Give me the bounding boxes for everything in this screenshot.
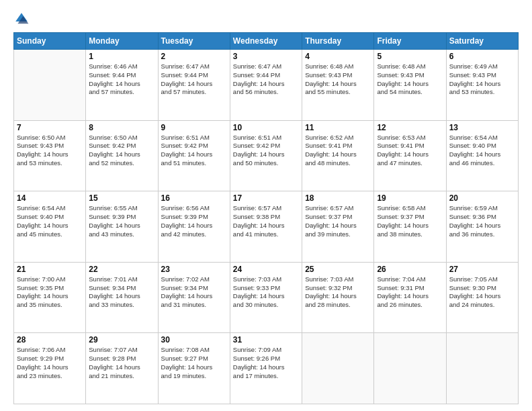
cell-info: Sunset: 9:27 PM [161,355,227,363]
calendar-week-3: 21Sunrise: 7:00 AMSunset: 9:35 PMDayligh… [14,262,519,333]
cell-info: Sunset: 9:42 PM [233,142,299,150]
cell-info: Daylight: 14 hours [233,150,299,159]
cell-info: Sunrise: 6:47 AM [233,62,299,71]
cell-info: Sunset: 9:35 PM [17,284,83,293]
cell-info: and 47 minutes. [377,159,443,168]
cell-info: Daylight: 14 hours [17,150,83,159]
cell-info: Sunset: 9:44 PM [233,71,299,80]
cell-info: Sunset: 9:31 PM [377,284,443,293]
day-number: 3 [233,52,299,61]
cell-info: Daylight: 14 hours [161,292,227,301]
cell-info: Daylight: 14 hours [449,150,515,159]
cell-info: Daylight: 14 hours [89,222,154,230]
day-number: 10 [233,123,299,132]
cell-info: Sunrise: 7:07 AM [89,346,154,355]
logo-icon [13,11,30,27]
logo [13,11,32,27]
day-number: 31 [233,335,299,345]
day-number: 27 [449,265,515,274]
calendar-table: SundayMondayTuesdayWednesdayThursdayFrid… [13,32,519,404]
calendar-cell: 8Sunrise: 6:50 AMSunset: 9:42 PMDaylight… [86,120,158,191]
cell-info: Sunset: 9:43 PM [305,71,371,80]
day-number: 26 [377,265,443,274]
cell-info: and 45 minutes. [17,230,83,239]
calendar-cell: 25Sunrise: 7:03 AMSunset: 9:32 PMDayligh… [302,262,374,333]
calendar-cell: 19Sunrise: 6:58 AMSunset: 9:37 PMDayligh… [374,191,446,263]
calendar-week-0: 1Sunrise: 6:46 AMSunset: 9:44 PMDaylight… [14,50,519,121]
calendar-week-1: 7Sunrise: 6:50 AMSunset: 9:43 PMDaylight… [14,120,519,191]
calendar-cell: 27Sunrise: 7:05 AMSunset: 9:30 PMDayligh… [446,262,518,333]
day-number: 30 [161,335,227,345]
cell-info: Sunrise: 7:08 AM [161,346,227,355]
cell-info: and 55 minutes. [305,88,371,97]
cell-info: Daylight: 14 hours [305,222,371,230]
cell-info: and 36 minutes. [449,230,515,239]
cell-info: and 42 minutes. [161,230,227,239]
cell-info: Sunrise: 6:54 AM [449,134,515,142]
cell-info: Sunrise: 7:03 AM [233,275,299,284]
cell-info: Sunrise: 7:03 AM [305,275,371,284]
cell-info: Sunset: 9:42 PM [89,142,154,150]
cell-info: Sunset: 9:44 PM [161,71,227,80]
cell-info: Sunrise: 6:52 AM [305,134,371,142]
cell-info: Daylight: 14 hours [377,80,443,89]
cell-info: Sunrise: 6:48 AM [305,62,371,71]
cell-info: Sunrise: 6:58 AM [377,204,443,213]
cell-info: Daylight: 14 hours [89,80,154,89]
cell-info: Sunset: 9:38 PM [233,213,299,222]
calendar-cell: 18Sunrise: 6:57 AMSunset: 9:37 PMDayligh… [302,191,374,263]
cell-info: Sunrise: 6:50 AM [17,134,83,142]
cell-info: Daylight: 14 hours [89,363,154,372]
cell-info: Sunset: 9:44 PM [89,71,154,80]
cell-info: Sunrise: 7:00 AM [17,275,83,284]
calendar-cell: 28Sunrise: 7:06 AMSunset: 9:29 PMDayligh… [14,333,86,404]
calendar-cell: 20Sunrise: 6:59 AMSunset: 9:36 PMDayligh… [446,191,518,263]
cell-info: and 53 minutes. [17,159,83,168]
cell-info: Sunset: 9:42 PM [161,142,227,150]
cell-info: Sunset: 9:26 PM [233,355,299,363]
cell-info: Sunset: 9:40 PM [449,142,515,150]
cell-info: Sunrise: 6:51 AM [161,134,227,142]
cell-info: and 57 minutes. [89,88,154,97]
calendar-week-2: 14Sunrise: 6:54 AMSunset: 9:40 PMDayligh… [14,191,519,263]
cell-info: Sunset: 9:29 PM [17,355,83,363]
calendar-cell: 1Sunrise: 6:46 AMSunset: 9:44 PMDaylight… [86,50,158,121]
weekday-header-row: SundayMondayTuesdayWednesdayThursdayFrid… [14,33,519,50]
day-number: 2 [161,52,227,61]
header [13,11,519,27]
cell-info: Sunset: 9:34 PM [89,284,154,293]
calendar-cell [302,333,374,404]
cell-info: Sunset: 9:33 PM [233,284,299,293]
cell-info: and 57 minutes. [161,88,227,97]
cell-info: Sunrise: 6:50 AM [89,134,154,142]
cell-info: Daylight: 14 hours [377,222,443,230]
weekday-header-friday: Friday [374,33,446,50]
calendar-cell [14,50,86,121]
calendar-cell: 13Sunrise: 6:54 AMSunset: 9:40 PMDayligh… [446,120,518,191]
cell-info: Sunset: 9:32 PM [305,284,371,293]
cell-info: Daylight: 14 hours [449,292,515,301]
cell-info: and 43 minutes. [89,230,154,239]
cell-info: and 39 minutes. [305,230,371,239]
day-number: 29 [89,335,154,345]
calendar-cell: 31Sunrise: 7:09 AMSunset: 9:26 PMDayligh… [230,333,302,404]
cell-info: and 28 minutes. [305,301,371,310]
day-number: 14 [17,193,83,203]
day-number: 13 [449,123,515,132]
cell-info: and 52 minutes. [89,159,154,168]
day-number: 17 [233,193,299,203]
cell-info: Daylight: 14 hours [161,80,227,89]
cell-info: Daylight: 14 hours [233,292,299,301]
cell-info: Sunrise: 6:51 AM [233,134,299,142]
day-number: 11 [305,123,371,132]
calendar-cell [374,333,446,404]
cell-info: Sunrise: 7:02 AM [161,275,227,284]
calendar-cell: 16Sunrise: 6:56 AMSunset: 9:39 PMDayligh… [158,191,230,263]
day-number: 8 [89,123,154,132]
day-number: 23 [161,265,227,274]
cell-info: Daylight: 14 hours [89,150,154,159]
cell-info: Sunset: 9:34 PM [161,284,227,293]
cell-info: Sunrise: 7:04 AM [377,275,443,284]
day-number: 19 [377,193,443,203]
cell-info: and 24 minutes. [449,301,515,310]
